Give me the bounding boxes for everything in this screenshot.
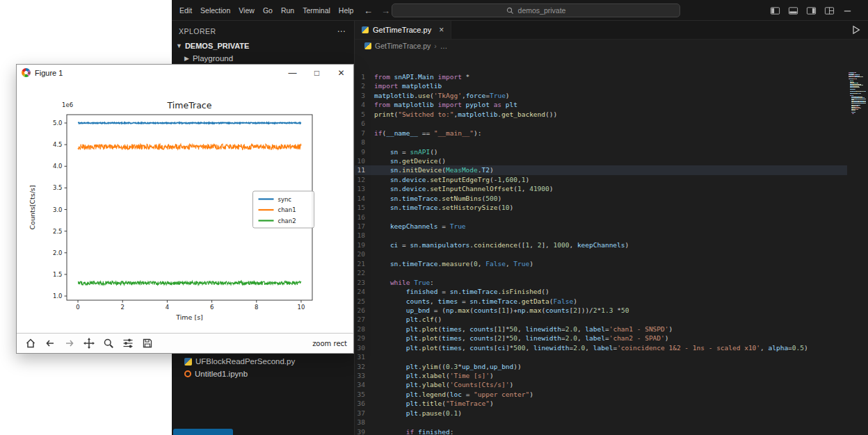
forward-button[interactable] <box>62 336 77 351</box>
menu-item-terminal[interactable]: Terminal <box>298 0 335 21</box>
code-line[interactable]: 34 plt.ylabel('Counts[Cts/s]') <box>355 380 847 389</box>
figure-minimize-button[interactable]: — <box>280 65 305 81</box>
line-content: sn.initDevice(MeasMode.T2) <box>374 165 494 174</box>
layout-sidebar-left-icon[interactable] <box>770 6 780 16</box>
code-line[interactable]: 37 plt.pause(0.1) <box>355 409 847 418</box>
menu-item-edit[interactable]: Edit <box>175 0 196 21</box>
explorer-item-file[interactable]: UFBlockReadPerSecond.py <box>172 355 354 368</box>
code-line[interactable]: 29 plt.plot(times, counts[2]*50, linewid… <box>355 334 847 343</box>
code-line[interactable]: 35 plt.legend(loc = "upper center") <box>355 390 847 399</box>
pan-button[interactable] <box>81 336 97 351</box>
code-line[interactable]: 11 sn.initDevice(MeasMode.T2) <box>355 165 847 174</box>
history-back-icon[interactable]: ← <box>364 6 373 16</box>
code-line[interactable]: 8 <box>355 138 847 147</box>
code-line[interactable]: 9 sn = snAPI() <box>355 147 847 156</box>
line-content: ci = sn.manipulators.coincidence([1, 2],… <box>374 240 629 249</box>
breadcrumb[interactable]: GetTimeTrace.py › … <box>355 40 868 51</box>
menu-item-view[interactable]: View <box>234 0 259 21</box>
line-number: 17 <box>355 222 374 231</box>
code-line[interactable]: 5print("Switched to:",matplotlib.get_bac… <box>355 110 847 119</box>
layout-customize-icon[interactable] <box>824 6 835 16</box>
explorer-item-playground[interactable]: ▶Playground <box>172 52 354 65</box>
code-line[interactable]: 30 plt.plot(times, counts[ci]*500, linew… <box>355 343 847 352</box>
menu-item-selection[interactable]: Selection <box>196 0 234 21</box>
history-nav: ← → <box>364 0 390 21</box>
explorer-more-actions-icon[interactable]: ⋯ <box>337 26 346 36</box>
code-line[interactable]: 4from matplotlib import pyplot as plt <box>355 100 847 109</box>
save-button[interactable] <box>140 336 155 351</box>
command-center[interactable]: demos_private <box>392 3 680 17</box>
code-line[interactable]: 22 <box>355 268 847 277</box>
code-line[interactable]: 7if(__name__ == "__main__"): <box>355 129 847 138</box>
menu-item-run[interactable]: Run <box>277 0 298 21</box>
svg-text:2: 2 <box>121 304 124 311</box>
explorer-selected-item[interactable] <box>173 429 233 435</box>
history-forward-icon[interactable]: → <box>381 6 390 16</box>
home-button[interactable] <box>23 336 38 351</box>
code-line[interactable]: 17 keepChannels = True <box>355 222 847 231</box>
window-minimize-icon[interactable] <box>842 6 853 16</box>
code-line[interactable]: 20 <box>355 249 847 258</box>
back-button[interactable] <box>42 336 58 351</box>
tab-gettimetrace[interactable]: GetTimeTrace.py × <box>355 21 451 39</box>
svg-text:4.5: 4.5 <box>53 141 63 148</box>
code-line[interactable]: 12 sn.device.setInputEdgeTrg(-1,600,1) <box>355 175 847 184</box>
chevron-down-icon: ▼ <box>176 42 182 49</box>
code-line[interactable]: 1from snAPI.Main import * <box>355 72 847 81</box>
line-content: sn.timeTrace.setNumBins(500) <box>374 194 501 203</box>
line-number: 11 <box>355 165 374 174</box>
line-number: 28 <box>355 325 374 334</box>
figure-plot[interactable]: 02468101.01.52.02.53.03.54.04.55.0TimeTr… <box>17 81 355 334</box>
code-line[interactable]: 26 up_bnd = (np.max(counts[1])+np.max(co… <box>355 306 847 315</box>
code-line[interactable]: 39 if finished: <box>355 427 847 435</box>
svg-text:2.0: 2.0 <box>53 249 63 256</box>
minimap[interactable] <box>849 72 866 156</box>
code-line[interactable]: 33 plt.xlabel('Time [s]') <box>355 371 847 380</box>
line-content: plt.ylabel('Counts[Cts/s]') <box>374 380 513 389</box>
chevron-right-icon: ▶ <box>184 55 189 62</box>
code-line[interactable]: 6 <box>355 119 847 128</box>
layout-sidebar-right-icon[interactable] <box>806 6 817 16</box>
code-line[interactable]: 25 counts, times = sn.timeTrace.getData(… <box>355 297 847 306</box>
code-line[interactable]: 32 plt.ylim((0.3*up_bnd,up_bnd)) <box>355 362 847 371</box>
run-file-icon[interactable] <box>850 24 861 35</box>
code-line[interactable]: 28 plt.plot(times, counts[1]*50, linewid… <box>355 325 847 334</box>
code-line[interactable]: 15 sn.timeTrace.setHistorySize(10) <box>355 203 847 212</box>
explorer-item-label: Playground <box>193 54 233 63</box>
code-line[interactable]: 19 ci = sn.manipulators.coincidence([1, … <box>355 240 847 249</box>
code-line[interactable]: 16 <box>355 213 847 222</box>
code-line[interactable]: 21 sn.timeTrace.measure(0, False, True) <box>355 259 847 268</box>
code-line[interactable]: 13 sn.device.setInputChannelOffset(1, 41… <box>355 184 847 193</box>
code-line[interactable]: 2import matplotlib <box>355 81 847 90</box>
line-content: if(__name__ == "__main__"): <box>374 129 482 138</box>
code-line[interactable]: 3matplotlib.use('TkAgg',force=True) <box>355 91 847 100</box>
line-content: finished = sn.timeTrace.isFinished() <box>374 287 549 296</box>
code-line[interactable]: 24 finished = sn.timeTrace.isFinished() <box>355 287 847 296</box>
figure-titlebar[interactable]: Figure 1 — □ ✕ <box>17 65 353 81</box>
line-content: sn.timeTrace.measure(0, False, True) <box>374 259 533 268</box>
code-line[interactable]: 31 <box>355 352 847 361</box>
menu-item-help[interactable]: Help <box>335 0 358 21</box>
explorer-root-folder[interactable]: ▼ DEMOS_PRIVATE <box>172 40 354 52</box>
code-line[interactable]: 18 <box>355 231 847 240</box>
breadcrumb-separator: › <box>434 42 437 50</box>
code-editor[interactable]: 1from snAPI.Main import *2import matplot… <box>355 72 847 435</box>
figure-maximize-button[interactable]: □ <box>305 65 329 81</box>
tab-close-icon[interactable]: × <box>439 25 444 35</box>
code-line[interactable]: 36 plt.title("TimeTrace") <box>355 399 847 408</box>
code-line[interactable]: 27 plt.clf() <box>355 315 847 324</box>
figure-close-button[interactable]: ✕ <box>329 65 353 81</box>
code-line[interactable]: 14 sn.timeTrace.setNumBins(500) <box>355 194 847 203</box>
explorer-item-label: Untitled1.ipynb <box>195 370 248 378</box>
layout-panel-icon[interactable] <box>788 6 798 16</box>
code-line[interactable]: 23 while True: <box>355 278 847 287</box>
line-number: 3 <box>355 91 374 100</box>
code-line[interactable]: 10 sn.getDevice() <box>355 156 847 165</box>
subplots-button[interactable] <box>120 336 136 351</box>
zoom-button[interactable] <box>101 336 116 351</box>
explorer-item-file[interactable]: Untitled1.ipynb <box>172 368 354 380</box>
menu-item-go[interactable]: Go <box>259 0 277 21</box>
code-line[interactable]: 38 <box>355 418 847 427</box>
editor-group: GetTimeTrace.py × GetTimeTrace.py › … 1f… <box>355 21 868 435</box>
line-content: sn = snAPI() <box>374 147 438 156</box>
